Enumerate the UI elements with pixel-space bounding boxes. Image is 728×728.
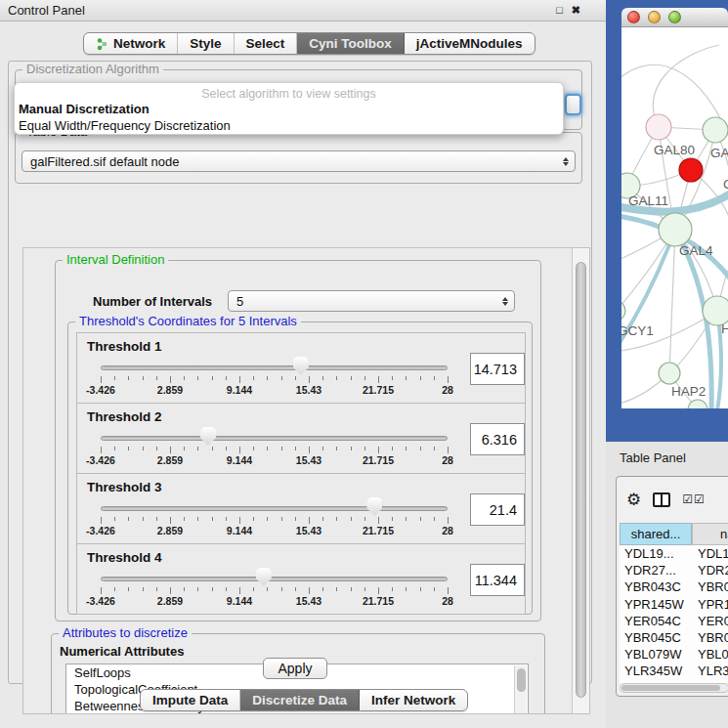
threshold-slider-thumb[interactable] bbox=[256, 568, 272, 586]
tab-network[interactable]: Network bbox=[84, 33, 178, 54]
slider-tick-mark bbox=[406, 517, 407, 521]
tab-select[interactable]: Select bbox=[235, 33, 298, 54]
checkbox-icons[interactable]: ☑☑ bbox=[682, 492, 706, 506]
algorithm-combo-focus-ring[interactable] bbox=[565, 94, 581, 115]
mode-tab-impute-data[interactable]: Impute Data bbox=[141, 690, 240, 710]
slider-tick-label: 21.715 bbox=[347, 384, 409, 396]
close-icon[interactable]: ✖ bbox=[572, 5, 580, 16]
tab-cyni-toolbox[interactable]: Cyni Toolbox bbox=[297, 33, 405, 54]
close-traffic-light-icon[interactable] bbox=[627, 11, 640, 23]
slider-tick-mark bbox=[170, 517, 171, 524]
slider-tick-mark bbox=[420, 517, 421, 521]
threshold-slider-track[interactable] bbox=[101, 365, 448, 370]
slider-tick-label: -3.426 bbox=[69, 595, 132, 607]
table-row[interactable]: YBR043CYBR0 bbox=[620, 578, 728, 595]
interval-definition-group: Interval Definition Number of Intervals … bbox=[55, 260, 541, 621]
mode-tab-infer-network[interactable]: Infer Network bbox=[360, 690, 467, 710]
slider-tick-mark bbox=[309, 587, 310, 594]
node-hap2[interactable] bbox=[659, 363, 680, 384]
gear-icon[interactable]: ⚙ bbox=[626, 492, 641, 508]
scrollbar-thumb[interactable] bbox=[576, 262, 586, 698]
threshold-value-field[interactable]: 11.344 bbox=[470, 564, 525, 596]
threshold-panel-threshold-2: Threshold 2-3.4262.8599.14415.4321.71528… bbox=[76, 403, 526, 474]
table-row[interactable]: YPR145WYPR1 bbox=[620, 596, 728, 613]
numerical-attributes-label: Numerical Attributes bbox=[60, 644, 184, 659]
number-of-intervals-combo[interactable]: 5 bbox=[228, 290, 515, 312]
threshold-slider-track[interactable] bbox=[101, 577, 448, 581]
slider-tick-label: 2.859 bbox=[139, 454, 201, 466]
slider-tick-mark bbox=[128, 587, 129, 591]
algorithm-option-equal-width-frequency-discretization[interactable]: Equal Width/Frequency Discretization bbox=[18, 118, 561, 133]
node-label-gal4: GAL4 bbox=[679, 243, 713, 258]
slider-tick-mark bbox=[322, 447, 323, 450]
slider-tick-mark bbox=[281, 376, 282, 380]
table-cell-name: YPR1 bbox=[692, 597, 728, 612]
slider-tick-mark bbox=[170, 587, 171, 594]
threshold-slider-track[interactable] bbox=[101, 506, 448, 511]
table-row[interactable]: YBR045CYBR0 bbox=[620, 629, 728, 646]
slider-tick-label: 21.715 bbox=[347, 595, 409, 607]
table-row[interactable]: YDR27...YDR2 bbox=[620, 562, 728, 578]
slider-tick-mark bbox=[322, 587, 323, 591]
table-cell-shared-name: YBL079W bbox=[620, 647, 692, 662]
threshold-slider-thumb[interactable] bbox=[366, 497, 382, 516]
table-cell-name: YLR3 bbox=[692, 664, 728, 678]
threshold-slider-track[interactable] bbox=[101, 436, 448, 441]
apply-button[interactable]: Apply bbox=[263, 658, 327, 679]
slider-tick-mark bbox=[364, 447, 365, 450]
settings-scroll-panel: Interval Definition Number of Intervals … bbox=[22, 247, 590, 714]
mode-tab-discretize-data[interactable]: Discretize Data bbox=[240, 690, 360, 710]
slider-tick-mark bbox=[239, 376, 240, 383]
threshold-value-field[interactable]: 14.713 bbox=[470, 353, 525, 385]
slider-tick-label: 15.43 bbox=[278, 525, 340, 536]
table-data-combo[interactable]: galFiltered.sif default node bbox=[21, 150, 576, 172]
threshold-value-field[interactable]: 6.316 bbox=[470, 423, 525, 455]
table-row[interactable]: YBL079WYBL0 bbox=[620, 646, 728, 663]
node-gcy1[interactable] bbox=[621, 301, 625, 321]
slider-tick-mark bbox=[226, 376, 227, 380]
attributes-list-scrollbar[interactable] bbox=[514, 665, 527, 714]
table-row[interactable]: YLR345WYLR3 bbox=[620, 663, 728, 679]
threshold-slider-thumb[interactable] bbox=[200, 427, 216, 446]
slider-tick-mark bbox=[392, 447, 393, 450]
node-label-gal11: GAL11 bbox=[628, 193, 668, 208]
threshold-value-field[interactable]: 21.4 bbox=[470, 493, 525, 526]
slider-tick-mark bbox=[197, 376, 198, 380]
slider-tick-mark bbox=[101, 376, 102, 383]
slider-tick-mark bbox=[336, 376, 337, 380]
table-row[interactable]: YER054CYER0 bbox=[620, 613, 728, 629]
slider-tick-mark bbox=[295, 587, 296, 591]
scrollbar-thumb[interactable] bbox=[621, 685, 720, 691]
tab-jactivemnodules[interactable]: jActiveMNodules bbox=[405, 33, 535, 54]
tab-label: Select bbox=[246, 36, 285, 51]
node-gal4[interactable] bbox=[659, 213, 692, 246]
threshold-slider-thumb[interactable] bbox=[293, 357, 309, 375]
table-horizontal-scrollbar[interactable] bbox=[620, 683, 728, 693]
slider-tick-mark bbox=[143, 447, 144, 450]
network-view-canvas[interactable]: GAL80GACGAL11GAL4GCY1HHAP2 bbox=[621, 27, 728, 408]
panel-vertical-scrollbar[interactable] bbox=[572, 248, 589, 714]
slider-tick-label: 9.144 bbox=[208, 595, 271, 607]
node-ga[interactable] bbox=[703, 117, 728, 143]
threshold-panel-threshold-4: Threshold 4-3.4262.8599.14415.4321.71528… bbox=[76, 543, 526, 615]
threshold-list: Threshold 1-3.4262.8599.14415.4321.71528… bbox=[76, 333, 526, 615]
slider-tick-mark bbox=[295, 376, 296, 380]
table-cell-name: YDL1 bbox=[692, 546, 728, 561]
node-gal80[interactable] bbox=[646, 114, 671, 140]
algorithm-option-manual-discretization[interactable]: Manual Discretization bbox=[18, 102, 561, 116]
column-header-shared-name[interactable]: shared... bbox=[620, 523, 692, 545]
slider-tick-mark bbox=[212, 376, 213, 380]
minimize-traffic-light-icon[interactable] bbox=[648, 11, 661, 23]
zoom-traffic-light-icon[interactable] bbox=[668, 11, 681, 23]
node-selected-red[interactable] bbox=[679, 158, 703, 182]
slider-tick-mark bbox=[281, 517, 282, 521]
split-view-icon[interactable] bbox=[653, 492, 670, 507]
scrollbar-thumb[interactable] bbox=[517, 668, 526, 692]
network-window-titlebar[interactable] bbox=[621, 8, 728, 27]
number-of-intervals-label: Number of Intervals bbox=[93, 294, 212, 309]
node-label-ga: GA bbox=[710, 146, 728, 160]
column-header-name[interactable]: na bbox=[692, 523, 728, 545]
tab-style[interactable]: Style bbox=[178, 33, 234, 54]
table-row[interactable]: YDL19...YDL1 bbox=[620, 545, 728, 562]
float-window-icon[interactable]: □ bbox=[556, 5, 563, 16]
